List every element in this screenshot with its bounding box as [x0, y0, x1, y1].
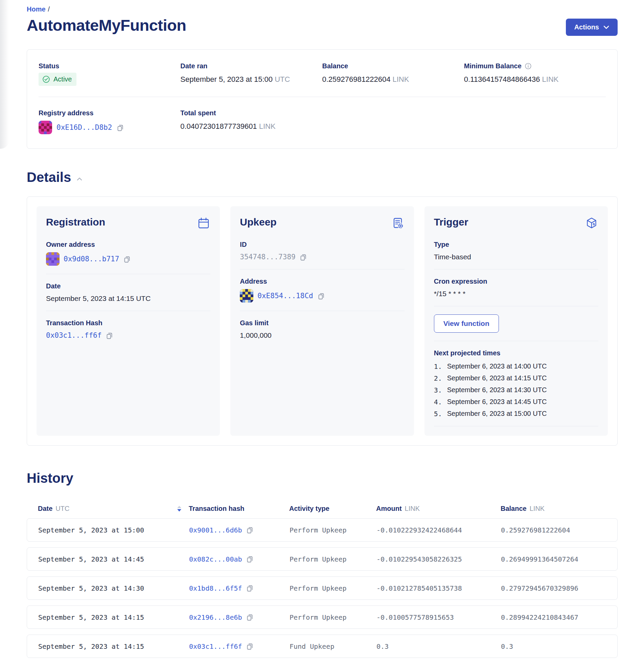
- table-row: September 5, 2023 at 14:45 0x082c...00ab…: [27, 547, 618, 571]
- date-ran-value: September 5, 2023 at 15:00: [180, 75, 273, 83]
- row-date: September 5, 2023 at 14:30: [38, 584, 189, 592]
- trigger-card: Trigger Type Time-based Cron expression …: [424, 206, 608, 436]
- copy-icon[interactable]: [105, 332, 113, 339]
- divider: [434, 269, 598, 269]
- copy-icon[interactable]: [116, 124, 124, 131]
- divider: [434, 426, 598, 426]
- view-function-button[interactable]: View function: [434, 314, 499, 333]
- row-date: September 5, 2023 at 14:15: [38, 613, 189, 621]
- upkeep-address-link[interactable]: 0xE854...18Cd: [257, 292, 313, 300]
- chevron-down-icon: [603, 25, 609, 29]
- row-amount: -0.0100577578915653: [377, 613, 501, 621]
- registration-date-value: September 5, 2023 at 14:15 UTC: [46, 294, 210, 303]
- copy-icon[interactable]: [246, 613, 254, 621]
- cron-expression-value: */15 * * * *: [434, 290, 598, 298]
- copy-icon[interactable]: [246, 584, 254, 592]
- status-field: Status Active: [39, 62, 180, 86]
- column-date-unit: UTC: [56, 505, 69, 513]
- transaction-hash-field: Transaction Hash 0x03c1...ff6f: [46, 319, 210, 339]
- projected-time-index: 2.: [434, 374, 442, 382]
- next-projected-times-label: Next projected times: [434, 349, 598, 357]
- sort-toggle-icon[interactable]: [177, 506, 181, 512]
- transaction-hash-link[interactable]: 0x03c1...ff6f: [46, 331, 101, 339]
- check-circle-icon: [42, 76, 50, 83]
- registration-title: Registration: [46, 216, 105, 228]
- history-heading: History: [27, 471, 74, 486]
- row-hash-link[interactable]: 0x03c1...ff6f: [189, 642, 242, 650]
- date-ran-label: Date ran: [180, 62, 322, 70]
- status-badge: Active: [39, 73, 77, 86]
- balance-unit: LINK: [393, 75, 409, 83]
- row-hash-link[interactable]: 0x9001...6d6b: [189, 526, 242, 534]
- registration-date-label: Date: [46, 282, 210, 290]
- registry-field: Registry address 0xE16D...D8b2: [39, 109, 180, 134]
- table-row: September 5, 2023 at 14:30 0x1bd8...6f5f…: [27, 577, 618, 600]
- projected-time-item: 1.September 6, 2023 at 14:00 UTC: [434, 362, 598, 371]
- details-heading: Details: [27, 170, 71, 185]
- projected-time-text: September 6, 2023 at 14:45 UTC: [447, 398, 547, 406]
- registration-date-field: Date September 5, 2023 at 14:15 UTC: [46, 282, 210, 303]
- row-hash-link[interactable]: 0x2196...8e6b: [189, 613, 242, 621]
- registry-address-link[interactable]: 0xE16D...D8b2: [57, 123, 112, 131]
- balance-value: 0.259276981222604: [322, 75, 391, 83]
- table-row: September 5, 2023 at 15:00 0x9001...6d6b…: [27, 518, 618, 542]
- projected-time-text: September 6, 2023 at 14:15 UTC: [447, 374, 547, 382]
- document-gear-icon: [391, 216, 404, 230]
- row-amount: -0.010222932422468644: [377, 526, 501, 534]
- date-ran-unit: UTC: [275, 75, 290, 83]
- upkeep-address-label: Address: [240, 277, 404, 285]
- copy-icon[interactable]: [299, 253, 307, 261]
- row-amount: 0.3: [377, 642, 501, 650]
- min-balance-label: Minimum Balance: [464, 62, 522, 70]
- copy-icon[interactable]: [246, 526, 254, 534]
- copy-icon[interactable]: [123, 255, 131, 263]
- transaction-hash-label: Transaction Hash: [46, 319, 210, 327]
- row-balance: 0.28994224210843467: [501, 613, 606, 621]
- status-badge-text: Active: [54, 76, 72, 83]
- projected-time-index: 4.: [434, 398, 442, 406]
- upkeep-id-value: 354748...7389: [240, 253, 295, 261]
- copy-icon[interactable]: [317, 292, 325, 300]
- details-collapse-toggle[interactable]: [77, 177, 82, 181]
- projected-time-index: 5.: [434, 410, 442, 418]
- gas-limit-value: 1,000,000: [240, 331, 404, 339]
- divider: [434, 341, 598, 341]
- total-spent-unit: LINK: [259, 122, 276, 130]
- row-balance: 0.3: [501, 642, 606, 650]
- row-hash-link[interactable]: 0x1bd8...6f5f: [189, 584, 242, 592]
- page-title: AutomateMyFunction: [27, 16, 186, 35]
- copy-icon[interactable]: [246, 642, 254, 650]
- projected-time-item: 2.September 6, 2023 at 14:15 UTC: [434, 374, 598, 382]
- owner-identicon: [46, 252, 60, 266]
- projected-time-text: September 6, 2023 at 15:00 UTC: [447, 410, 547, 418]
- column-transaction-hash: Transaction hash: [189, 505, 289, 513]
- actions-button[interactable]: Actions: [566, 19, 618, 36]
- row-activity: Perform Upkeep: [289, 555, 377, 563]
- row-activity: Perform Upkeep: [289, 526, 377, 534]
- projected-time-index: 1.: [434, 362, 442, 371]
- row-amount: -0.010229543058226325: [377, 555, 501, 563]
- row-amount: -0.010212785405135738: [377, 584, 501, 592]
- projected-time-text: September 6, 2023 at 14:30 UTC: [447, 386, 547, 394]
- balance-field: Balance 0.259276981222604 LINK: [322, 62, 464, 86]
- balance-label: Balance: [322, 62, 464, 70]
- owner-address-link[interactable]: 0x9d08...b717: [64, 255, 119, 263]
- copy-icon[interactable]: [246, 555, 254, 563]
- row-balance: 0.259276981222604: [501, 526, 606, 534]
- upkeep-id-label: ID: [240, 241, 404, 249]
- trigger-type-field: Type Time-based: [434, 241, 598, 261]
- column-date: Date: [38, 505, 53, 513]
- row-hash-link[interactable]: 0x082c...00ab: [189, 555, 242, 563]
- actions-button-label: Actions: [574, 23, 599, 31]
- cube-icon: [585, 216, 598, 230]
- breadcrumb-home-link[interactable]: Home: [27, 5, 46, 13]
- trigger-type-label: Type: [434, 241, 598, 249]
- registry-label: Registry address: [39, 109, 180, 117]
- upkeep-card: Upkeep ID 354748...7389 Address: [230, 206, 414, 436]
- trigger-title: Trigger: [434, 216, 468, 228]
- status-label: Status: [39, 62, 180, 70]
- info-icon[interactable]: [525, 63, 532, 70]
- owner-address-label: Owner address: [46, 241, 210, 249]
- divider: [46, 311, 210, 311]
- cron-expression-label: Cron expression: [434, 277, 598, 285]
